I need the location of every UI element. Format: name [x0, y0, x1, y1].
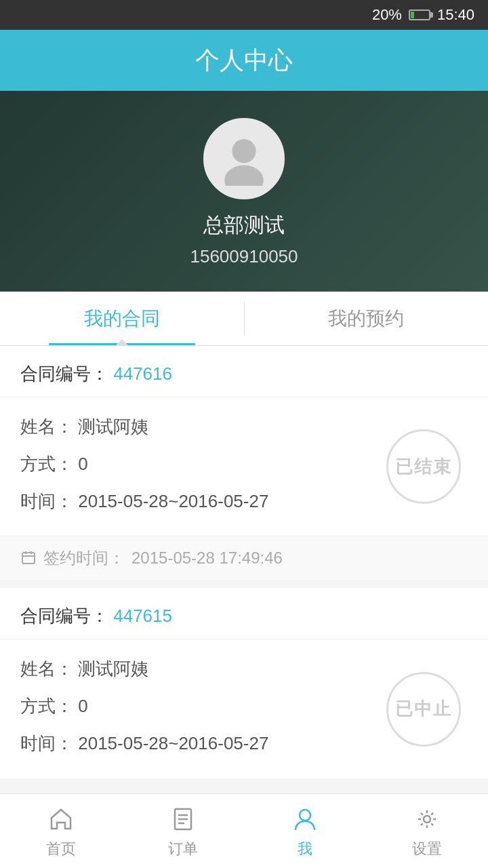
nav-settings-label: 设置 [412, 839, 442, 859]
profile-name: 总部测试 [203, 212, 285, 239]
contract-body-1: 姓名： 测试阿姨 方式： 0 时间： 2015-05-28~2016-05-27… [0, 397, 488, 536]
avatar[interactable] [203, 118, 285, 199]
calendar-icon-1 [20, 550, 37, 566]
contract-id-label-2: 合同编号： [20, 606, 108, 626]
contract-id-value-1[interactable]: 447616 [113, 363, 172, 384]
sign-label-1: 签约时间： [43, 547, 125, 569]
contract-header-2: 合同编号： 447615 [0, 588, 488, 639]
status-bar: 20% 15:40 [0, 0, 488, 30]
svg-point-1 [224, 165, 264, 186]
order-icon [167, 804, 199, 835]
user-icon [289, 804, 321, 835]
contract-list: 合同编号： 447616 姓名： 测试阿姨 方式： 0 时间： 2015-05-… [0, 346, 488, 793]
profile-phone: 15600910050 [190, 246, 298, 267]
contract-id-label-1: 合同编号： [20, 363, 108, 384]
tab-bar: 我的合同 我的预约 [0, 292, 488, 346]
nav-home[interactable]: 首页 [0, 804, 122, 859]
battery-percent: 20% [372, 6, 402, 24]
tab-contracts[interactable]: 我的合同 [0, 292, 244, 345]
contract-stamp-1: 已结束 [386, 429, 461, 504]
page-header: 个人中心 [0, 30, 488, 91]
tab-appointments[interactable]: 我的预约 [245, 292, 489, 345]
nav-orders[interactable]: 订单 [122, 804, 244, 859]
bottom-nav: 首页 订单 我 设置 [0, 793, 488, 868]
nav-orders-label: 订单 [168, 839, 198, 859]
battery-icon [409, 9, 430, 20]
contract-header-1: 合同编号： 447616 [0, 346, 488, 397]
contract-footer-1: 签约时间： 2015-05-28 17:49:46 [0, 536, 488, 580]
nav-me-label: 我 [298, 839, 312, 859]
svg-rect-2 [22, 553, 35, 564]
svg-point-10 [300, 810, 310, 821]
sign-value-1: 2015-05-28 17:49:46 [131, 549, 283, 568]
time: 15:40 [437, 6, 474, 24]
contract-stamp-2: 已中止 [386, 672, 461, 747]
nav-settings[interactable]: 设置 [366, 804, 488, 859]
nav-me[interactable]: 我 [244, 804, 366, 859]
svg-point-11 [424, 816, 430, 823]
contract-card-1: 合同编号： 447616 姓名： 测试阿姨 方式： 0 时间： 2015-05-… [0, 346, 488, 580]
contract-card-2: 合同编号： 447615 姓名： 测试阿姨 方式： 0 时间： 2015-05-… [0, 588, 488, 778]
page-title: 个人中心 [195, 44, 293, 77]
contract-body-2: 姓名： 测试阿姨 方式： 0 时间： 2015-05-28~2016-05-27… [0, 639, 488, 778]
nav-home-label: 首页 [46, 839, 76, 859]
svg-point-0 [232, 139, 256, 163]
profile-section: 总部测试 15600910050 [0, 91, 488, 292]
settings-icon [411, 804, 443, 835]
home-icon [45, 804, 77, 835]
contract-id-value-2[interactable]: 447615 [113, 606, 172, 626]
